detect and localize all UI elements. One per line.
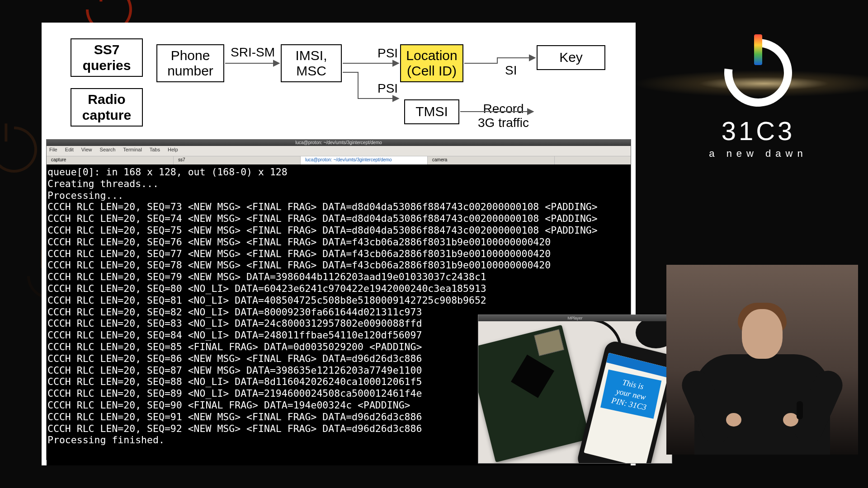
phone-message: This is your new PIN: 31C3 (600, 370, 661, 419)
smartphone-icon: This is your new PIN: 31C3 (576, 339, 672, 463)
tab-camera[interactable]: camera (428, 156, 555, 164)
menu-file[interactable]: File (49, 147, 57, 152)
media-player-titlebar[interactable]: MPlayer (478, 315, 672, 321)
event-logo: 31C3 a new dawn (684, 39, 833, 160)
box-tmsi: TMSI (404, 99, 459, 124)
label-record-3g-text: Record 3G traffic (478, 102, 529, 130)
menu-edit[interactable]: Edit (65, 147, 74, 152)
menu-tabs[interactable]: Tabs (150, 147, 160, 152)
power-icon (724, 39, 792, 107)
terminal-menubar[interactable]: File Edit View Search Terminal Tabs Help (47, 146, 631, 156)
label-si: SI (505, 63, 517, 78)
presenter-figure (694, 301, 830, 455)
menu-view[interactable]: View (81, 147, 92, 152)
terminal-tabs: capture ss7 luca@proton: ~/dev/umts/3gin… (47, 156, 631, 164)
box-radio-capture: Radio capture (71, 88, 143, 127)
menu-help[interactable]: Help (168, 147, 178, 152)
presentation-clicker-icon (797, 401, 803, 419)
box-key: Key (537, 45, 605, 70)
event-tagline: a new dawn (684, 148, 833, 160)
presentation-slide: SS7 queries Radio capture Phone number I… (42, 23, 636, 465)
presenter-camera (666, 265, 858, 455)
terminal-titlebar[interactable]: luca@proton: ~/dev/umts/3gintercept/demo (47, 140, 631, 146)
menu-search[interactable]: Search (100, 147, 116, 152)
label-psi-top: PSI (377, 46, 398, 61)
event-name: 31C3 (684, 116, 833, 146)
tab-ss7[interactable]: ss7 (174, 156, 301, 164)
media-player-body: This is your new PIN: 31C3 (478, 321, 672, 463)
box-imsi-msc: IMSI, MSC (281, 44, 342, 82)
label-sri-sm: SRI-SM (231, 45, 275, 60)
flow-diagram: SS7 queries Radio capture Phone number I… (42, 23, 636, 135)
box-location-cellid: Location (Cell ID) (400, 44, 463, 82)
label-record-3g: Record 3G traffic (478, 102, 529, 130)
tab-capture[interactable]: capture (47, 156, 174, 164)
box-phone-number: Phone number (156, 44, 224, 82)
tab-demo[interactable]: luca@proton: ~/dev/umts/3gintercept/demo (301, 156, 428, 164)
box-ss7-queries: SS7 queries (71, 38, 143, 77)
media-player-window: MPlayer This is your new PIN: 31C3 (478, 314, 672, 464)
menu-terminal[interactable]: Terminal (123, 147, 142, 152)
label-psi-bottom: PSI (377, 81, 398, 96)
